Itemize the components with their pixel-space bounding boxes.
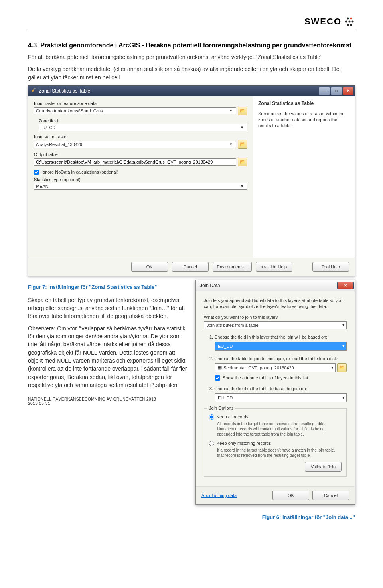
help-panel: Zonal Statistics as Table Summarizes the… (253, 96, 355, 258)
folder-icon: 📂 (240, 108, 245, 113)
input-zone-select[interactable]: Grundvattenförekomst\Sand_Grus▾ (34, 107, 236, 114)
chevron-down-icon: ▾ (331, 365, 334, 370)
join-options-legend: Join Options (207, 406, 235, 410)
about-joining-link[interactable]: About joining data (201, 493, 272, 498)
show-attr-label: Show the attribute tables of layers in t… (223, 375, 308, 380)
join-table-select[interactable]: ▦ Sedimentar_GVF_poang_20130429 ▾ (215, 363, 336, 372)
minimize-button[interactable]: — (319, 87, 330, 95)
keep-match-label: Keep only matching records (217, 441, 271, 446)
chevron-down-icon: ▾ (228, 108, 234, 113)
chevron-down-icon: ▾ (342, 343, 345, 349)
tool-help-button[interactable]: Tool Help (312, 262, 349, 272)
environments-button[interactable]: Environments... (213, 262, 252, 272)
folder-icon: 📂 (240, 142, 245, 147)
show-attribute-tables-checkbox[interactable] (215, 375, 220, 381)
maximize-button[interactable]: □ (331, 87, 342, 95)
svg-point-1 (350, 18, 352, 20)
paragraph-2: Detta verktyg beräknar medeltalet (eller… (28, 65, 355, 81)
logo-text: SWECO (304, 16, 342, 27)
keep-all-radio[interactable] (209, 414, 214, 420)
label-output-table: Output table (34, 152, 247, 157)
label-input-zone: Input raster or feature zone data (34, 101, 247, 106)
hammer-icon (31, 87, 36, 94)
join-question: What do you want to join to this layer? (204, 315, 347, 320)
input-value-select[interactable]: AnalysResultat_130429▾ (34, 141, 236, 148)
keep-all-label: Keep all records (217, 414, 249, 419)
paragraph-4: Observera: Om ytor överlappar så beräkna… (28, 324, 188, 389)
join-options-group: Join Options Keep all records All record… (204, 408, 347, 477)
chevron-down-icon: ▾ (342, 322, 345, 328)
figure-6-caption: Figur 6: Inställningar för "Join data...… (0, 514, 355, 520)
label-zone-field: Zone field (39, 118, 247, 123)
paragraph-3: Skapa en tabell per typ av grundvattenfö… (28, 296, 188, 320)
dialog-titlebar: Join Data ✕ (196, 280, 355, 291)
svg-point-3 (349, 21, 351, 23)
validate-join-button[interactable]: Validate Join (305, 462, 342, 472)
figure-7-caption: Figur 7: Inställningar för "Zonal Stasti… (28, 284, 188, 290)
svg-point-2 (345, 21, 347, 23)
dialog-title: Join Data (200, 283, 220, 288)
join-field1-select[interactable]: EU_CD▾ (215, 342, 347, 351)
folder-icon: 📂 (240, 159, 245, 164)
table-icon: ▦ (218, 365, 222, 370)
join-intro-text: Join lets you append additional data to … (204, 298, 347, 310)
join-data-dialog: Join Data ✕ Join lets you append additio… (195, 280, 355, 505)
ok-button[interactable]: OK (272, 491, 309, 500)
cancel-button[interactable]: Cancel (172, 262, 209, 272)
svg-point-6 (350, 24, 352, 26)
join-step-2: 2. Choose the table to join to this laye… (209, 356, 347, 361)
folder-icon: 📂 (339, 365, 345, 370)
label-ignore-nodata: Ignore NoData in calculations (optional) (41, 170, 118, 174)
dialog-titlebar: Zonal Statistics as Table — □ ✕ (28, 86, 355, 96)
keep-match-desc: If a record in the target table doesn't … (217, 448, 342, 458)
browse-button[interactable]: 📂 (238, 158, 247, 166)
zone-field-select[interactable]: EU_CD▾ (39, 124, 247, 131)
cancel-button[interactable]: Cancel (312, 491, 349, 500)
close-button[interactable]: ✕ (337, 282, 354, 289)
output-table-input[interactable] (34, 158, 236, 166)
page-footer: NATIONELL PÅVERKANSBEDÖMNING AV GRUNDVAT… (28, 397, 188, 406)
logo-icon (344, 16, 355, 27)
chevron-down-icon: ▾ (342, 395, 345, 400)
help-title: Zonal Statistics as Table (258, 100, 350, 107)
join-step-1: 1. Choose the field in this layer that t… (209, 335, 347, 339)
join-field3-select[interactable]: EU_CD▾ (215, 393, 347, 402)
svg-point-0 (347, 18, 349, 20)
svg-point-5 (347, 24, 349, 26)
chevron-down-icon: ▾ (228, 142, 234, 147)
ok-button[interactable]: OK (131, 262, 168, 272)
chevron-down-icon: ▾ (239, 125, 245, 130)
label-stat-type: Statistics type (optional) (34, 177, 247, 182)
help-text: Summarizes the values of a raster within… (258, 111, 350, 129)
zonal-statistics-dialog: Zonal Statistics as Table — □ ✕ Input ra… (28, 85, 355, 276)
browse-button[interactable]: 📂 (337, 363, 347, 372)
browse-button[interactable]: 📂 (238, 140, 247, 149)
keep-all-desc: All records in the target table are show… (217, 421, 342, 437)
page-header: SWECO (28, 16, 355, 30)
browse-button[interactable]: 📂 (238, 107, 247, 115)
chevron-down-icon: ▾ (239, 184, 245, 189)
keep-matching-radio[interactable] (209, 441, 214, 446)
ignore-nodata-checkbox[interactable] (34, 170, 39, 175)
hide-help-button[interactable]: << Hide Help (256, 262, 292, 272)
join-what-select[interactable]: Join attributes from a table▾ (204, 321, 347, 329)
paragraph-1: För att beräkna potentiell föroreningsbe… (28, 53, 355, 61)
section-heading: 4.3 Praktiskt genomförande i ArcGIS - Be… (28, 42, 355, 49)
join-step-3: 3. Choose the field in the table to base… (209, 386, 347, 391)
close-button[interactable]: ✕ (343, 87, 354, 95)
svg-point-4 (352, 21, 354, 23)
svg-rect-7 (34, 88, 36, 89)
label-input-value: Input value raster (34, 134, 247, 139)
stat-type-select[interactable]: MEAN▾ (34, 183, 247, 190)
dialog-title: Zonal Statistics as Table (39, 88, 90, 94)
